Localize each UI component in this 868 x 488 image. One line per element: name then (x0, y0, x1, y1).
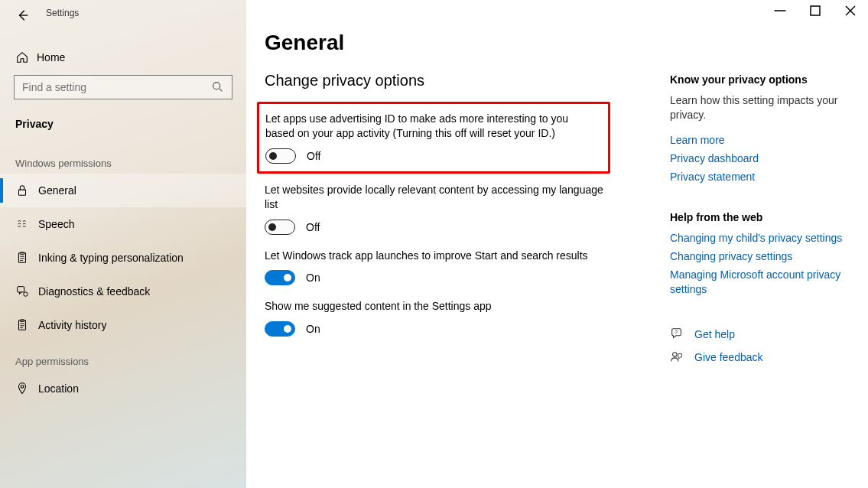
back-arrow-icon (16, 8, 30, 22)
settings-window: Settings Home Privacy Windows permission… (0, 0, 868, 488)
setting-suggested-content: Show me suggested content in the Setting… (265, 299, 616, 337)
maximize-button[interactable] (798, 0, 833, 21)
back-button[interactable] (8, 5, 38, 26)
setting-desc: Let websites provide locally relevant co… (265, 183, 616, 212)
sidebar-item-speech[interactable]: Speech (0, 207, 246, 241)
toggle-row: On (265, 270, 616, 285)
sidebar-item-label: General (38, 184, 76, 197)
right-column: Know your privacy options Learn how this… (670, 31, 861, 488)
minimize-button[interactable] (762, 0, 798, 21)
toggle-row: Off (265, 148, 599, 164)
toggle-suggested-content[interactable] (265, 321, 295, 337)
help-links-list: Changing my child's privacy settingsChan… (670, 231, 849, 297)
page-title: General (265, 31, 655, 55)
privacy-link[interactable]: Privacy statement (670, 170, 849, 184)
close-icon (844, 4, 857, 18)
sidebar-item-general[interactable]: General (0, 174, 246, 207)
setting-desc: Let Windows track app launches to improv… (265, 249, 616, 263)
highlighted-setting: Let apps use advertising ID to make ads … (257, 102, 610, 174)
clipboard-icon (15, 251, 38, 265)
svg-point-20 (21, 386, 24, 389)
maximize-icon (808, 4, 822, 18)
sidebar-item-location[interactable]: Location (0, 372, 246, 405)
svg-line-6 (219, 89, 223, 92)
toggle-state-label: Off (306, 221, 320, 233)
sidebar-item-label: Activity history (38, 319, 106, 331)
toggle-row: Off (265, 220, 616, 235)
svg-rect-1 (811, 6, 820, 15)
sidebar-item-label: Location (38, 382, 79, 395)
search-icon (211, 80, 225, 94)
close-button[interactable] (833, 0, 868, 21)
svg-point-5 (213, 83, 220, 89)
svg-text:?: ? (675, 329, 678, 336)
help-title: Help from the web (670, 211, 849, 223)
minimize-icon (773, 4, 787, 18)
help-link[interactable]: Changing my child's privacy settings (670, 231, 849, 246)
know-links-list: Learn morePrivacy dashboardPrivacy state… (670, 133, 849, 184)
sidebar-item-activity[interactable]: Activity history (0, 308, 246, 342)
app-title: Settings (46, 8, 79, 18)
clipboard-icon (15, 318, 38, 332)
give-feedback-row[interactable]: Give feedback (670, 350, 849, 364)
search-box (14, 75, 232, 99)
location-icon (15, 382, 38, 395)
know-privacy-title: Know your privacy options (670, 73, 849, 86)
nav-groups: Windows permissionsGeneralSpeechInking &… (0, 144, 246, 405)
get-help-row[interactable]: ? Get help (670, 327, 849, 341)
toggle-state-label: On (306, 272, 320, 284)
help-link[interactable]: Changing privacy settings (670, 249, 849, 264)
nav-group-label: Windows permissions (0, 144, 246, 174)
setting-desc: Show me suggested content in the Setting… (265, 299, 616, 314)
settings-list: Let apps use advertising ID to make ads … (265, 102, 655, 337)
sidebar-item-diagnostics[interactable]: Diagnostics & feedback (0, 275, 246, 308)
lock-icon (15, 184, 38, 197)
sidebar-item-label: Speech (38, 218, 74, 230)
titlebar-controls (762, 0, 868, 21)
svg-point-22 (673, 353, 677, 356)
svg-point-14 (24, 292, 28, 296)
sidebar: Settings Home Privacy Windows permission… (0, 0, 246, 488)
privacy-heading: Privacy (0, 107, 246, 144)
main-column: General Change privacy options Let apps … (265, 31, 670, 488)
help-section: Help from the web Changing my child's pr… (670, 211, 849, 297)
know-privacy-sub: Learn how this setting impacts your priv… (670, 93, 849, 122)
toggle-track-launches[interactable] (265, 270, 295, 285)
svg-rect-7 (19, 190, 26, 195)
setting-track-launches: Let Windows track app launches to improv… (265, 249, 616, 286)
home-icon (15, 50, 29, 64)
nav-group-label: App permissions (0, 342, 246, 372)
privacy-link[interactable]: Learn more (670, 133, 849, 148)
toggle-state-label: On (306, 323, 320, 335)
give-feedback-icon (670, 350, 684, 364)
help-link[interactable]: Managing Microsoft account privacy setti… (670, 268, 849, 297)
home-nav[interactable]: Home (0, 43, 246, 72)
sidebar-item-label: Inking & typing personalization (38, 252, 184, 264)
setting-language-list: Let websites provide locally relevant co… (265, 183, 616, 235)
give-feedback-label: Give feedback (694, 351, 763, 363)
get-help-icon: ? (670, 327, 684, 341)
toggle-row: On (265, 321, 616, 337)
home-label: Home (37, 51, 65, 63)
setting-desc: Let apps use advertising ID to make ads … (265, 112, 599, 141)
search-input[interactable] (14, 75, 232, 99)
toggle-advertising-id[interactable] (265, 148, 296, 164)
get-help-label: Get help (694, 328, 735, 340)
toggle-language-list[interactable] (265, 220, 295, 235)
content-area: General Change privacy options Let apps … (246, 0, 868, 488)
privacy-link[interactable]: Privacy dashboard (670, 151, 849, 166)
speech-icon (15, 217, 38, 231)
sidebar-item-label: Diagnostics & feedback (38, 285, 150, 298)
sidebar-item-inking[interactable]: Inking & typing personalization (0, 241, 246, 275)
toggle-state-label: Off (307, 150, 320, 162)
feedback-icon (15, 285, 38, 298)
search-wrap (0, 72, 246, 107)
setting-advertising-id: Let apps use advertising ID to make ads … (265, 112, 599, 164)
section-title: Change privacy options (265, 72, 655, 89)
svg-rect-13 (18, 287, 24, 292)
